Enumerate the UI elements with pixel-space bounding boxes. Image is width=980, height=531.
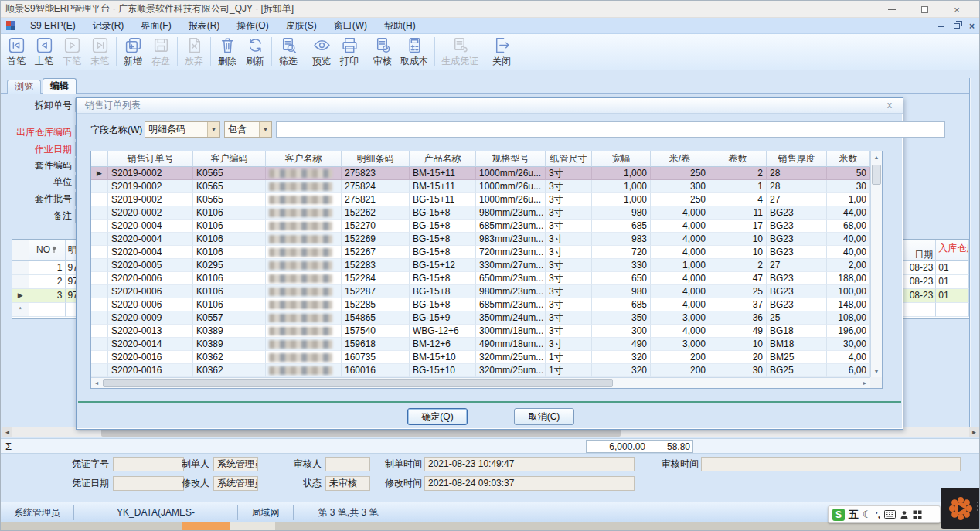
table-row[interactable]: S2020-0004K0106152267BG-15+8720mm/23um..…: [91, 246, 882, 259]
table-row[interactable]: ▶397792: [12, 289, 85, 303]
mdi-minimize-icon[interactable]: [938, 26, 944, 27]
sogou-input-icon[interactable]: S: [832, 509, 845, 521]
table-row[interactable]: S2020-0005K0295152283BG-15+12330mm/27um.…: [91, 259, 882, 272]
column-header-1[interactable]: 销售订单号: [108, 151, 193, 167]
scroll-left-icon[interactable]: ◄: [91, 378, 102, 388]
table-row[interactable]: S2020-0004K0106152269BG-15+8983mm/23um..…: [91, 233, 882, 246]
footer-field: 系统管理员: [213, 457, 258, 471]
cell: BG-15+11: [410, 193, 476, 206]
user-icon[interactable]: [900, 510, 909, 519]
operator-dropdown[interactable]: 包含 ▼: [224, 121, 272, 138]
toolbar-button-print[interactable]: 打印: [335, 35, 363, 69]
toolbar-button-audit[interactable]: 审核: [369, 35, 396, 69]
taskbar-active-button[interactable]: [182, 522, 230, 531]
cell: S2020-0004: [108, 233, 193, 246]
menu-item[interactable]: S9 ERP(E): [22, 18, 84, 34]
punctuation-mode-icon[interactable]: ’,: [876, 510, 880, 519]
window-close-button[interactable]: ×: [941, 1, 973, 18]
toolbar-button-delete[interactable]: 删除: [213, 35, 241, 69]
table-row[interactable]: 197792: [12, 261, 85, 275]
toolbar-button-filter[interactable]: 筛选: [274, 35, 302, 69]
window-restore-button[interactable]: [908, 1, 941, 18]
search-input[interactable]: [276, 121, 945, 138]
tab-browse[interactable]: 浏览: [7, 80, 41, 94]
column-header-10[interactable]: 卷数: [709, 151, 767, 167]
window-minimize-button[interactable]: [876, 1, 908, 18]
table-row[interactable]: S2020-0016K0362160016BG-15+10320mm/25um.…: [91, 364, 882, 377]
menu-item[interactable]: 窗口(W): [325, 18, 376, 34]
dialog-close-icon[interactable]: x: [884, 100, 895, 111]
toolbar-button-add[interactable]: 新增: [119, 35, 147, 69]
table-row[interactable]: S2020-0004K0106152270BG-15+8685mm/23um..…: [91, 220, 882, 233]
tab-edit[interactable]: 编辑: [43, 78, 77, 94]
table-row[interactable]: S2020-0013K0389157540WBG-12+6300mm/18um.…: [91, 325, 882, 338]
scroll-up-icon[interactable]: ▲: [871, 151, 882, 163]
column-header-7[interactable]: 纸管尺寸: [546, 151, 592, 167]
mdi-close-icon[interactable]: ×: [969, 21, 975, 32]
toolbar-button-close-form[interactable]: 关闭: [488, 35, 516, 69]
column-header-2[interactable]: 客户编码: [193, 151, 266, 167]
cell: 3寸: [546, 193, 592, 206]
table-row[interactable]: S2019-0002K0565275824BM-15+111000mm/26u.…: [91, 180, 882, 193]
cell: 320: [592, 351, 651, 364]
column-header-5[interactable]: 产品名称: [410, 151, 476, 167]
sales-order-table: 销售订单号客户编码客户名称明细条码产品名称规格型号纸管尺寸宽幅米/卷卷数销售厚度…: [90, 151, 883, 389]
table-row[interactable]: S2020-0009K0557154865BG-15+9350mm/24um..…: [91, 311, 882, 325]
table-vertical-scrollbar[interactable]: ▲ ▼: [870, 151, 882, 377]
cancel-button[interactable]: 取消(C): [514, 408, 574, 425]
field-name-dropdown[interactable]: 明细条码 ▼: [145, 121, 220, 138]
toolbar-button-preview[interactable]: 预览: [308, 35, 335, 69]
scroll-left-icon[interactable]: ◄: [2, 427, 12, 437]
column-header-4[interactable]: 明细条码: [342, 151, 410, 167]
toolbar-button-nav-first[interactable]: 首笔: [2, 35, 30, 69]
screen-recorder-overlay[interactable]: [941, 488, 980, 529]
column-header-12[interactable]: 米数: [827, 151, 870, 167]
scroll-down-icon[interactable]: ▼: [871, 366, 882, 377]
toolbox-grid-icon[interactable]: [913, 510, 922, 519]
menu-item[interactable]: 界面(F): [132, 18, 179, 34]
table-horizontal-scrollbar[interactable]: ◄ ►: [91, 377, 870, 388]
cell: 152270: [342, 220, 410, 233]
wubi-mode-icon[interactable]: 五: [849, 508, 859, 522]
scroll-right-icon[interactable]: ►: [969, 427, 979, 437]
table-row[interactable]: S2020-0006K0106152287BG-15+8980mm/23um..…: [91, 285, 882, 298]
table-row[interactable]: 297792: [12, 275, 85, 289]
table-row[interactable]: S2020-0006K0106152284BG-15+8650mm/23um..…: [91, 272, 882, 285]
menu-item[interactable]: 报表(R): [180, 18, 229, 34]
column-header-9[interactable]: 米/卷: [651, 151, 709, 167]
table-row[interactable]: S2020-0016K0362160735BM-15+10320mm/25um.…: [91, 351, 882, 364]
toolbar-button-refresh[interactable]: 刷新: [241, 35, 269, 69]
mdi-restore-icon[interactable]: [954, 23, 960, 29]
hscroll-thumb[interactable]: [103, 379, 613, 387]
table-row[interactable]: S2019-0002K0565275821BG-15+111000mm/26u.…: [91, 193, 882, 206]
column-header-11[interactable]: 销售厚度: [767, 151, 827, 167]
chevron-down-icon[interactable]: ▼: [207, 122, 219, 137]
menu-item[interactable]: 皮肤(S): [277, 18, 325, 34]
toolbar-button-nav-prev[interactable]: 上笔: [30, 35, 58, 69]
column-header-6[interactable]: 规格型号: [476, 151, 546, 167]
table-row[interactable]: ▶S2019-0002K0565275823BM-15+111000mm/26u…: [91, 167, 882, 180]
table-row[interactable]: *: [12, 303, 85, 317]
row-selector-cell: [91, 338, 108, 351]
confirm-button[interactable]: 确定(Q): [407, 408, 468, 425]
toolbar-button-cost[interactable]: 取成本: [396, 35, 432, 69]
taskbar-button[interactable]: [230, 522, 275, 531]
column-header-8[interactable]: 宽幅: [592, 151, 651, 167]
menu-item[interactable]: 帮助(H): [376, 18, 424, 34]
table-row[interactable]: S2020-0002K0106152262BG-15+8980mm/23um..…: [91, 206, 882, 220]
dialog-titlebar[interactable]: 销售订单列表 x: [77, 98, 903, 114]
table-row[interactable]: S2020-0006K0106152285BG-15+8685mm/23um..…: [91, 298, 882, 311]
scroll-right-icon[interactable]: ►: [859, 378, 870, 388]
right-grid-warehouse-header[interactable]: 入库仓库: [936, 240, 969, 261]
cell: 3寸: [546, 272, 592, 285]
table-row[interactable]: S2020-0014K0389159618BM-12+6490mm/18um..…: [91, 338, 882, 351]
moon-fullhalf-icon[interactable]: ☾: [863, 509, 872, 520]
vscroll-thumb[interactable]: [872, 165, 881, 185]
menu-item[interactable]: 操作(O): [228, 18, 277, 34]
cell: 980mm/23um...: [476, 285, 546, 298]
column-header-3[interactable]: 客户名称: [266, 151, 342, 167]
soft-keyboard-icon[interactable]: [884, 510, 896, 519]
cell: BM18: [767, 338, 827, 351]
menu-item[interactable]: 记录(R): [84, 18, 133, 34]
chevron-down-icon[interactable]: ▼: [259, 122, 271, 137]
